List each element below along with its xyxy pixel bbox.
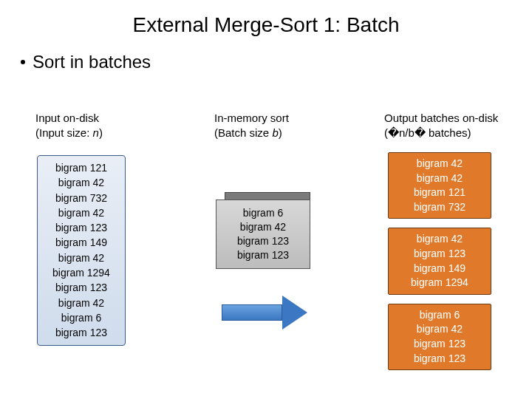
list-item: bigram 42	[392, 322, 488, 337]
diagram-area: Input on-disk (Input size: n) In-memory …	[0, 111, 532, 384]
list-item: bigram 123	[41, 220, 122, 235]
list-item: bigram 6	[41, 310, 122, 325]
memory-list: bigram 6bigram 42bigram 123bigram 123	[237, 206, 289, 262]
list-item: bigram 1294	[392, 276, 488, 290]
output-batch-box: bigram 42bigram 42bigram 121bigram 732	[388, 152, 491, 219]
col3-header-line1: Output batches on-disk	[384, 111, 498, 126]
list-item: bigram 123	[237, 234, 289, 248]
col1-h2-n: n	[93, 126, 99, 139]
list-item: bigram 121	[41, 160, 122, 175]
bullet-dot-icon	[21, 60, 25, 64]
col2-h2-post: )	[279, 126, 282, 139]
list-item: bigram 42	[392, 232, 488, 247]
arrow-right-icon	[222, 296, 310, 330]
bullet-text: Sort in batches	[33, 52, 151, 72]
list-item: bigram 6	[237, 206, 289, 220]
col2-header-line2: (Batch size b)	[214, 126, 289, 140]
list-item: bigram 149	[392, 262, 488, 276]
list-item: bigram 42	[392, 171, 488, 186]
list-item: bigram 42	[392, 157, 488, 171]
list-item: bigram 123	[237, 248, 289, 262]
list-item: bigram 42	[41, 296, 122, 310]
arrow-head	[282, 296, 307, 330]
col2-h2-b: b	[272, 126, 278, 139]
bullet-line: Sort in batches	[0, 37, 532, 72]
list-item: bigram 123	[41, 325, 122, 340]
list-item: bigram 123	[392, 247, 488, 262]
list-item: bigram 149	[41, 235, 122, 250]
list-item: bigram 42	[41, 175, 122, 190]
memory-box-front-face: bigram 6bigram 42bigram 123bigram 123	[216, 200, 310, 269]
input-list-box: bigram 121bigram 42bigram 732bigram 42bi…	[37, 155, 126, 346]
output-batch-box: bigram 6bigram 42bigram 123bigram 123	[388, 304, 491, 370]
list-item: bigram 732	[392, 200, 488, 215]
arrow-shaft	[222, 304, 282, 321]
col1-header: Input on-disk (Input size: n)	[35, 111, 103, 140]
col3-header-line2: (�n/b� batches)	[384, 126, 498, 140]
list-item: bigram 123	[392, 337, 488, 352]
list-item: bigram 6	[392, 308, 488, 323]
output-column: bigram 42bigram 42bigram 121bigram 732bi…	[388, 152, 491, 370]
list-item: bigram 42	[237, 220, 289, 234]
col2-header-line1: In-memory sort	[214, 111, 289, 126]
list-item: bigram 732	[41, 191, 122, 205]
list-item: bigram 121	[392, 185, 488, 200]
list-item: bigram 123	[392, 352, 488, 366]
col1-h2-post: )	[99, 126, 103, 139]
col2-header: In-memory sort (Batch size b)	[214, 111, 289, 140]
col2-h2-pre: (Batch size	[214, 126, 272, 139]
col3-header: Output batches on-disk (�n/b� batches)	[384, 111, 498, 140]
col1-header-line2: (Input size: n)	[35, 126, 103, 140]
memory-box: bigram 6bigram 42bigram 123bigram 123	[216, 192, 319, 273]
list-item: bigram 123	[41, 280, 122, 295]
col1-header-line1: Input on-disk	[35, 111, 103, 126]
list-item: bigram 1294	[41, 265, 122, 280]
list-item: bigram 42	[41, 205, 122, 220]
slide-title: External Merge-Sort 1: Batch	[0, 0, 532, 37]
col1-h2-pre: (Input size:	[35, 126, 93, 139]
list-item: bigram 42	[41, 250, 122, 265]
output-batch-box: bigram 42bigram 123bigram 149bigram 1294	[388, 228, 491, 294]
